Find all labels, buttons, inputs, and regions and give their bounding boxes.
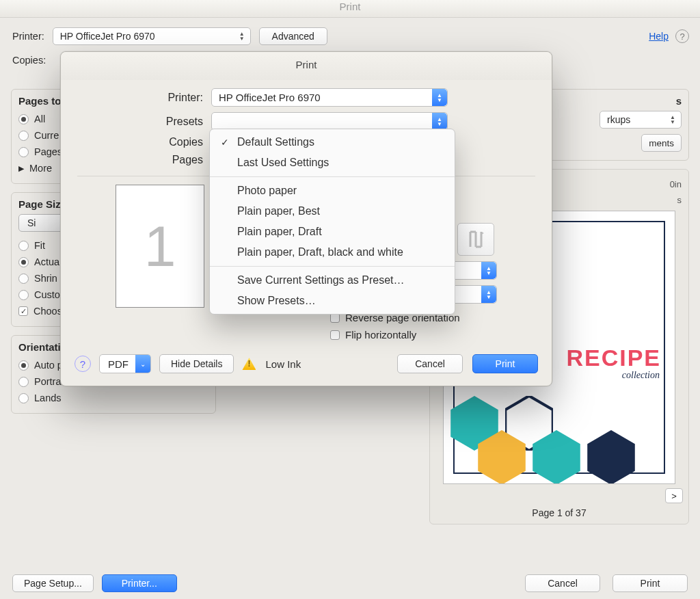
- hexagon-icon: [587, 430, 635, 484]
- preset-plain-best[interactable]: Plain paper, Best: [210, 201, 455, 222]
- help-icon[interactable]: ?: [675, 29, 689, 43]
- modal-cancel-button[interactable]: Cancel: [397, 354, 463, 373]
- pdf-label: PDF: [108, 358, 129, 370]
- radio-icon: [18, 147, 29, 157]
- more-options-label: More: [29, 163, 52, 174]
- advanced-button[interactable]: Advanced: [259, 27, 327, 45]
- warning-icon: [242, 358, 256, 370]
- summarize-comments-button[interactable]: ments: [641, 134, 682, 152]
- select-arrows-icon: ▲▼: [237, 30, 247, 42]
- preset-photo-paper[interactable]: Photo paper: [210, 181, 455, 201]
- radio-icon: [18, 393, 29, 403]
- layout-dir-4[interactable]: [457, 223, 494, 256]
- portrait-label: Portra: [34, 376, 62, 387]
- low-ink-label: Low Ink: [265, 358, 301, 370]
- menu-item-label: Plain paper, Draft, black and white: [237, 246, 403, 258]
- svg-marker-2: [478, 430, 526, 484]
- page-setup-button[interactable]: Page Setup...: [12, 574, 94, 592]
- menu-separator: [210, 176, 455, 177]
- radio-icon: [18, 360, 29, 371]
- outer-cancel-button[interactable]: Cancel: [525, 574, 600, 592]
- outer-copies-label: Copies:: [12, 55, 46, 66]
- modal-presets-select[interactable]: ▲▼: [211, 112, 448, 131]
- modal-printer-row: Printer: HP OfficeJet Pro 6970 ▲▼: [77, 88, 535, 107]
- hide-details-button[interactable]: Hide Details: [159, 354, 234, 373]
- menu-item-label: Plain paper, Draft: [237, 226, 322, 238]
- custom-label: Custo: [34, 289, 60, 300]
- menu-item-label: Last Used Settings: [237, 157, 329, 169]
- help-icon[interactable]: ?: [75, 356, 91, 372]
- preset-default-settings[interactable]: ✓ Default Settings: [210, 132, 455, 152]
- menu-separator: [210, 266, 455, 267]
- outer-window-title: Print: [0, 0, 700, 18]
- select-arrows-icon: ▲▼: [481, 262, 496, 279]
- preset-plain-draft[interactable]: Plain paper, Draft: [210, 222, 455, 242]
- presets-menu[interactable]: ✓ Default Settings Last Used Settings Ph…: [209, 129, 455, 315]
- menu-item-label: Plain paper, Best: [237, 205, 320, 217]
- radio-icon: [18, 114, 29, 124]
- pages-range-label: Pages: [34, 146, 62, 157]
- menu-item-label: Save Current Settings as Preset…: [237, 274, 405, 287]
- modal-copies-label: Copies: [77, 136, 211, 148]
- outer-printer-value: HP OfficeJet Pro 6970: [60, 31, 155, 42]
- preset-last-used[interactable]: Last Used Settings: [210, 152, 455, 173]
- select-arrows-icon: ▲▼: [432, 89, 447, 106]
- shrink-label: Shrin: [34, 273, 57, 284]
- outer-print-button[interactable]: Print: [612, 574, 688, 592]
- modal-printer-value: HP OfficeJet Pro 6970: [219, 92, 321, 103]
- preset-plain-draft-bw[interactable]: Plain paper, Draft, black and white: [210, 242, 455, 263]
- modal-printer-select[interactable]: HP OfficeJet Pro 6970 ▲▼: [211, 88, 448, 107]
- outer-printer-select[interactable]: HP OfficeJet Pro 6970 ▲▼: [53, 27, 251, 45]
- pdf-dropdown-button[interactable]: PDF ⌄: [99, 354, 151, 373]
- radio-icon: [18, 377, 29, 387]
- markups-value: rkups: [607, 114, 630, 125]
- menu-item-label: Default Settings: [237, 136, 314, 148]
- pager-next-button[interactable]: >: [665, 488, 683, 503]
- hexagon-icon: [533, 430, 580, 484]
- preview-pager: >: [434, 488, 684, 503]
- chevron-down-icon: ⌄: [135, 355, 150, 373]
- modal-printer-label: Printer:: [77, 92, 211, 104]
- menu-item-label: Show Presets…: [237, 295, 316, 307]
- modal-print-button[interactable]: Print: [472, 354, 538, 373]
- preset-show-presets[interactable]: Show Presets…: [210, 291, 455, 311]
- printer-button[interactable]: Printer...: [102, 574, 177, 592]
- modal-title: Print: [61, 52, 552, 80]
- pages-current-label: Curre: [34, 130, 59, 141]
- svg-marker-4: [587, 430, 635, 484]
- radio-icon: [18, 241, 29, 251]
- radio-icon: [18, 274, 29, 284]
- modal-presets-label: Presets: [77, 116, 211, 128]
- select-arrows-icon: ▲▼: [481, 286, 496, 303]
- modal-presets-row: Presets ▲▼: [77, 112, 535, 131]
- recipe-subtitle: collection: [622, 370, 660, 381]
- layout-preview: 1: [116, 185, 204, 308]
- actual-label: Actua: [34, 256, 59, 267]
- disclosure-triangle-icon: ▶: [18, 164, 24, 173]
- auto-orient-label: Auto p: [34, 360, 63, 371]
- outer-top-bar: Printer: HP OfficeJet Pro 6970 ▲▼ Advanc…: [0, 18, 700, 52]
- select-arrows-icon: ▲▼: [432, 113, 447, 130]
- page-counter: Page 1 of 37: [434, 507, 684, 518]
- flip-horizontal-row[interactable]: Flip horizontally: [330, 326, 535, 343]
- radio-icon: [18, 257, 29, 267]
- radio-icon: [18, 131, 29, 141]
- markups-select[interactable]: rkups ▲▼: [600, 111, 682, 129]
- help-link[interactable]: Help: [649, 31, 669, 42]
- preset-save-current[interactable]: Save Current Settings as Preset…: [210, 270, 455, 291]
- modal-pages-label: Pages: [77, 154, 211, 166]
- landscape-label: Lands: [34, 392, 62, 403]
- hexagon-icon: [478, 430, 526, 484]
- modal-bottom-bar: ? PDF ⌄ Hide Details Low Ink Cancel Prin…: [61, 343, 552, 377]
- menu-item-label: Photo paper: [237, 185, 297, 197]
- outer-bottom-bar: Page Setup... Printer... Cancel Print: [0, 574, 700, 592]
- checkbox-icon: [18, 306, 28, 316]
- pages-all-label: All: [34, 114, 45, 124]
- landscape-row[interactable]: Lands: [18, 390, 208, 406]
- outer-printer-label: Printer:: [12, 31, 44, 42]
- select-arrows-icon: ▲▼: [667, 114, 678, 126]
- flip-horizontal-label: Flip horizontally: [345, 329, 416, 341]
- checkmark-icon: ✓: [219, 137, 230, 148]
- svg-marker-3: [533, 430, 580, 484]
- choose-label: Choos: [33, 306, 62, 317]
